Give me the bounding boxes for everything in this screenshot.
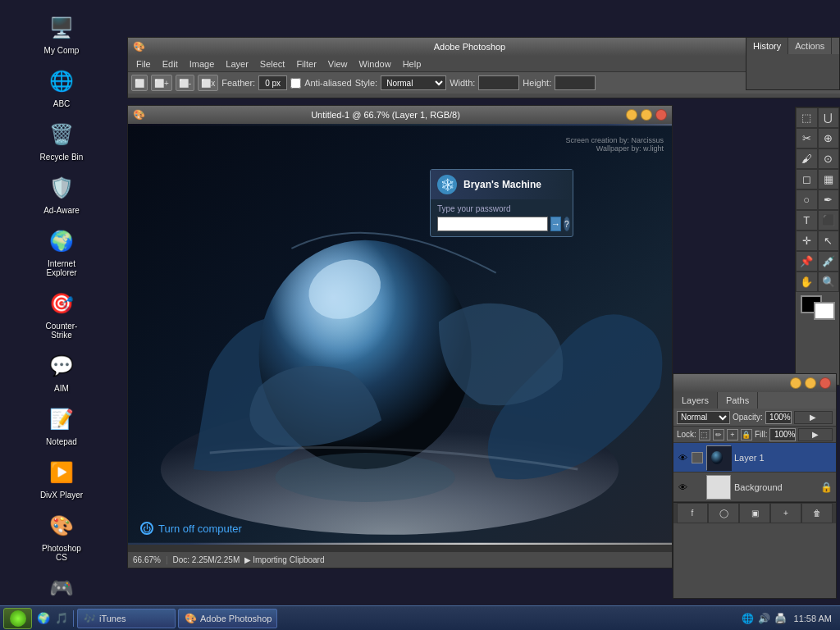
ql-ie-icon[interactable]: 🌍 <box>35 610 52 627</box>
add-mask-btn[interactable]: ◯ <box>708 503 739 523</box>
icon-my-computer[interactable]: 🖥️ My Comp <box>33 8 90 58</box>
layers-maximize-btn[interactable] <box>805 377 816 389</box>
menu-layer[interactable]: Layer <box>221 57 253 71</box>
opacity-stepper[interactable]: ▶ <box>794 411 833 424</box>
tab-history[interactable]: History <box>746 38 788 54</box>
layers-minimize-btn[interactable] <box>790 377 801 389</box>
layer1-visibility-btn[interactable]: 👁 <box>677 452 688 463</box>
canvas-titlebar[interactable]: 🎨 Untitled-1 @ 66.7% (Layer 1, RGB/8) <box>128 106 672 124</box>
menu-window[interactable]: Window <box>354 57 396 71</box>
tab-actions[interactable]: Actions <box>788 38 832 54</box>
selection-tool-inter[interactable]: ⬜x <box>198 75 218 91</box>
lock-transparent-btn[interactable]: ⬚ <box>699 429 710 441</box>
tools-row-8: 📌 💉 <box>796 251 839 272</box>
bg-visibility-btn[interactable]: 👁 <box>677 482 688 493</box>
layer-row-background[interactable]: 👁 Background 🔒 <box>673 472 836 502</box>
crop-tool[interactable]: ✂ <box>796 128 818 148</box>
zoom-tool[interactable]: 🔍 <box>818 272 840 292</box>
tray-sound-icon[interactable]: 🔊 <box>758 612 771 625</box>
blend-mode-dropdown[interactable]: Normal Multiply Screen Overlay <box>677 411 730 424</box>
icon-recycle-bin[interactable]: 🗑️ Recycle Bin <box>33 115 90 165</box>
zoom-level: 66.67% <box>133 555 161 564</box>
ps-tools-panel: ⬚ ⋃ ✂ ⊕ 🖌 ⊙ ◻ ▦ ○ ✒ T ⬛ ✛ ↖ 📌 💉 <box>795 107 840 386</box>
new-group-btn[interactable]: ▣ <box>739 503 770 523</box>
height-input[interactable] <box>555 75 596 90</box>
eraser-tool[interactable]: ◻ <box>796 169 818 189</box>
canvas-maximize-btn[interactable] <box>641 109 652 121</box>
ps-titlebar[interactable]: 🎨 Adobe Photoshop <box>128 38 840 56</box>
text-tool[interactable]: T <box>796 210 818 231</box>
brush-tool[interactable]: 🖌 <box>796 148 818 169</box>
fill-stepper[interactable]: ▶ <box>798 428 833 441</box>
clone-tool[interactable]: ⊙ <box>818 148 840 169</box>
desktop-icon-list: 🖥️ My Comp 🌐 ABC 🗑️ Recycle Bin 🛡️ Ad-Aw… <box>0 0 123 630</box>
menu-edit[interactable]: Edit <box>158 57 183 71</box>
taskbar-photoshop[interactable]: 🎨 Adobe Photoshop <box>178 609 277 628</box>
menu-select[interactable]: Select <box>255 57 290 71</box>
icon-photoshop-cs[interactable]: 🎨 Photoshop CS <box>33 506 90 565</box>
layers-close-btn[interactable] <box>819 377 831 389</box>
ql-wmp-icon[interactable]: 🎵 <box>53 610 70 627</box>
icon-divx[interactable]: ▶️ DivX Player <box>33 453 90 503</box>
menu-help[interactable]: Help <box>398 57 427 71</box>
menu-filter[interactable]: Filter <box>291 57 321 71</box>
menu-image[interactable]: Image <box>185 57 220 71</box>
style-dropdown[interactable]: Normal Fixed Aspect Ratio Fixed Size <box>381 75 446 90</box>
tray-network-icon[interactable]: 🌐 <box>742 612 755 625</box>
add-layer-style-btn[interactable]: f <box>677 503 708 523</box>
fill-input[interactable] <box>769 428 796 441</box>
lock-position-btn[interactable]: + <box>727 429 738 441</box>
menu-view[interactable]: View <box>323 57 353 71</box>
icon-notepad[interactable]: 📝 Notepad <box>33 399 90 450</box>
path-select-tool[interactable]: ↖ <box>818 231 840 251</box>
dodge-tool[interactable]: ○ <box>796 189 818 210</box>
selection-tool-normal[interactable]: ⬜ <box>131 75 148 91</box>
height-label: Height: <box>523 78 551 88</box>
progress-button[interactable]: ▶ Importing Clipboard <box>244 555 324 564</box>
new-layer-btn[interactable]: + <box>770 503 801 523</box>
feather-input[interactable] <box>258 75 287 90</box>
heal-tool[interactable]: ⊕ <box>818 128 840 148</box>
selection-tool-sub[interactable]: ⬜- <box>176 75 194 91</box>
lock-paint-btn[interactable]: ✏ <box>713 429 724 441</box>
icon-aim[interactable]: 💬 AIM <box>33 346 90 396</box>
eyedropper-tool[interactable]: 💉 <box>818 251 840 272</box>
hand-tool[interactable]: ✋ <box>796 272 818 292</box>
shape-tool[interactable]: ⬛ <box>818 210 840 231</box>
layer-row-layer1[interactable]: 👁 Layer 1 <box>673 443 836 472</box>
gradient-tool[interactable]: ▦ <box>818 169 840 189</box>
login-help-button[interactable]: ? <box>564 217 570 231</box>
anti-alias-checkbox[interactable] <box>290 78 301 89</box>
canvas-minimize-btn[interactable] <box>626 109 637 121</box>
taskbar-itunes[interactable]: 🎶 iTunes <box>77 609 176 628</box>
notes-tool[interactable]: 📌 <box>796 251 818 272</box>
layer1-link-btn[interactable] <box>692 452 703 463</box>
background-color[interactable] <box>814 302 835 320</box>
opacity-input[interactable] <box>765 411 792 424</box>
login-password-input[interactable] <box>437 217 548 231</box>
start-button[interactable] <box>3 608 32 629</box>
turn-off-button[interactable]: ⏻ Turn off computer <box>140 522 242 535</box>
icon-counter-strike[interactable]: 🎯 Counter-Strike <box>33 284 90 343</box>
layers-titlebar[interactable] <box>673 374 836 392</box>
selection-tool-add[interactable]: ⬜+ <box>151 75 172 91</box>
width-input[interactable] <box>478 75 519 90</box>
move-tool[interactable]: ✛ <box>796 231 818 251</box>
lock-all-btn[interactable]: 🔒 <box>741 429 752 441</box>
login-go-button[interactable]: → <box>550 217 561 231</box>
layers-window-controls <box>790 377 831 389</box>
icon-internet-explorer[interactable]: 🌍 Internet Explorer <box>33 221 90 281</box>
delete-layer-btn[interactable]: 🗑 <box>801 503 833 523</box>
pen-tool[interactable]: ✒ <box>818 189 840 210</box>
icon-ad-aware[interactable]: 🛡️ Ad-Aware <box>33 168 90 218</box>
tray-printer-icon[interactable]: 🖨️ <box>774 612 788 625</box>
menu-file[interactable]: File <box>131 57 156 71</box>
marquee-tool[interactable]: ⬚ <box>796 107 818 128</box>
tab-layers[interactable]: Layers <box>673 392 718 409</box>
svg-point-7 <box>711 451 723 464</box>
icon-abc[interactable]: 🌐 ABC <box>33 62 90 112</box>
canvas-close-btn[interactable] <box>655 109 667 121</box>
lasso-tool[interactable]: ⋃ <box>818 107 840 128</box>
taskbar-ps-icon: 🎨 <box>184 612 197 625</box>
tab-paths[interactable]: Paths <box>718 392 758 409</box>
